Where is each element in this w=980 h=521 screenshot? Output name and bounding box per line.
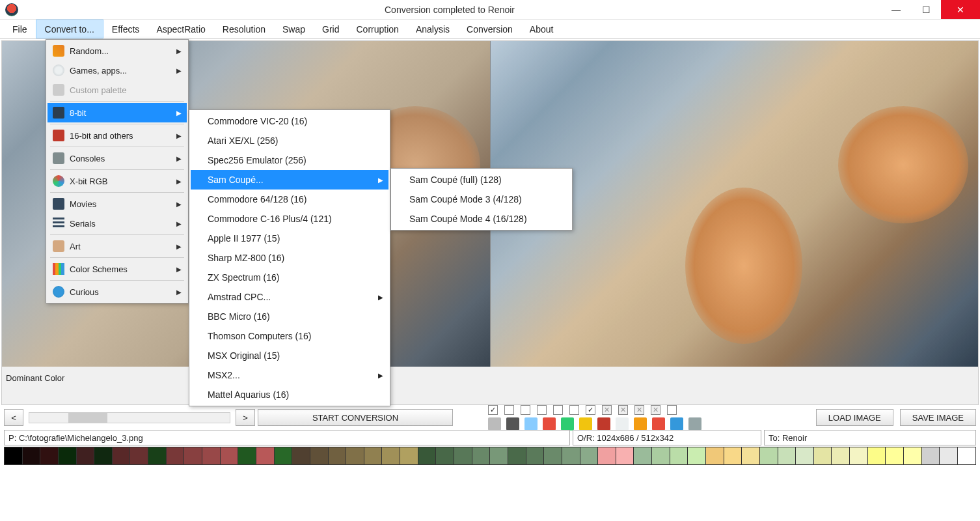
submenu-item-commodore-c-16-plus-4-121-[interactable]: Commodore C-16 Plus/4 (121)	[191, 209, 388, 229]
palette-swatch-4[interactable]	[76, 447, 94, 465]
submenu-item-amstrad-cpc-[interactable]: Amstrad CPC...▶	[191, 287, 388, 307]
submenu-item-commodore-vic-20-16-[interactable]: Commodore VIC-20 (16)	[191, 111, 388, 131]
palette-swatch-22[interactable]	[400, 447, 418, 465]
palette-swatch-20[interactable]	[364, 447, 382, 465]
palette-swatch-27[interactable]	[489, 447, 508, 465]
tool-icon-10[interactable]	[670, 417, 683, 430]
menu-conversion[interactable]: Conversion	[458, 20, 521, 38]
palette-swatch-30[interactable]	[543, 447, 562, 465]
menu-item-consoles[interactable]: Consoles▶	[48, 148, 187, 168]
option-checkbox-0[interactable]: ✓	[488, 405, 498, 415]
next-button[interactable]: >	[236, 409, 255, 426]
palette-swatch-44[interactable]	[795, 447, 813, 465]
submenu-item-sam-coup-mode-4-16-128-[interactable]: Sam Coupé Mode 4 (16/128)	[392, 209, 571, 229]
tool-icon-1[interactable]	[506, 417, 519, 430]
palette-swatch-50[interactable]	[903, 447, 921, 465]
tool-icon-0[interactable]	[488, 417, 501, 430]
palette-swatch-12[interactable]	[220, 447, 238, 465]
palette-swatch-34[interactable]	[616, 447, 634, 465]
palette-swatch-23[interactable]	[418, 447, 436, 465]
palette-swatch-25[interactable]	[454, 447, 472, 465]
palette-swatch-43[interactable]	[778, 447, 796, 465]
tool-icon-4[interactable]	[561, 417, 574, 430]
submenu-item-atari-xe-xl-256-[interactable]: Atari XE/XL (256)	[191, 131, 388, 150]
nav-scrollbar[interactable]	[29, 412, 230, 423]
palette-swatch-14[interactable]	[256, 447, 274, 465]
palette-swatch-48[interactable]	[867, 447, 886, 465]
palette-swatch-21[interactable]	[381, 447, 400, 465]
save-image-button[interactable]: SAVE IMAGE	[900, 409, 976, 426]
tool-icon-6[interactable]	[597, 417, 610, 430]
menu-item-curious[interactable]: Curious▶	[48, 282, 187, 302]
start-conversion-button[interactable]: START CONVERSION	[258, 409, 453, 426]
menu-item-8-bit[interactable]: 8-bit▶	[48, 103, 187, 122]
submenu-item-sam-coup-[interactable]: Sam Coupé...▶	[191, 170, 388, 190]
palette-swatch-7[interactable]	[129, 447, 148, 465]
palette-swatch-38[interactable]	[687, 447, 705, 465]
tool-icon-9[interactable]	[652, 417, 665, 430]
tool-icon-5[interactable]	[579, 417, 592, 430]
tool-icon-8[interactable]	[634, 417, 647, 430]
menu-item-movies[interactable]: Movies▶	[48, 194, 187, 214]
close-button[interactable]: ✕	[941, 0, 980, 19]
palette-swatch-33[interactable]	[597, 447, 616, 465]
menu-corruption[interactable]: Corruption	[348, 20, 407, 38]
palette-swatch-31[interactable]	[562, 447, 580, 465]
tool-icon-2[interactable]	[524, 417, 538, 430]
submenu-item-sam-coup-full-128-[interactable]: Sam Coupé (full) (128)	[392, 170, 571, 190]
menu-grid[interactable]: Grid	[314, 20, 347, 38]
option-checkbox-11[interactable]	[667, 405, 677, 415]
menu-analysis[interactable]: Analysis	[407, 20, 458, 38]
submenu-item-zx-spectrum-16-[interactable]: ZX Spectrum (16)	[191, 268, 388, 287]
menu-item-16-bit-and-others[interactable]: 16-bit and others▶	[48, 126, 187, 145]
palette-swatch-47[interactable]	[849, 447, 867, 465]
submenu-item-msx2-[interactable]: MSX2...▶	[191, 365, 388, 385]
palette-swatch-52[interactable]	[939, 447, 957, 465]
palette-swatch-26[interactable]	[472, 447, 490, 465]
palette-swatch-11[interactable]	[202, 447, 220, 465]
menu-effects[interactable]: Effects	[103, 20, 148, 38]
palette-swatch-18[interactable]	[328, 447, 346, 465]
submenu-item-apple-ii-1977-15-[interactable]: Apple II 1977 (15)	[191, 229, 388, 248]
option-checkbox-1[interactable]	[504, 405, 514, 415]
menu-item-x-bit-rgb[interactable]: X-bit RGB▶	[48, 171, 187, 191]
palette-swatch-32[interactable]	[580, 447, 598, 465]
palette-swatch-37[interactable]	[670, 447, 688, 465]
menu-resolution[interactable]: Resolution	[214, 20, 274, 38]
palette-swatch-35[interactable]	[633, 447, 651, 465]
palette-swatch-8[interactable]	[148, 447, 166, 465]
menu-convert-to-[interactable]: Convert to...	[36, 20, 103, 38]
palette-swatch-49[interactable]	[885, 447, 903, 465]
palette-swatch-29[interactable]	[526, 447, 544, 465]
tool-icon-3[interactable]	[543, 417, 556, 430]
palette-swatch-19[interactable]	[346, 447, 364, 465]
palette-swatch-24[interactable]	[435, 447, 454, 465]
palette-swatch-0[interactable]	[4, 447, 22, 465]
menu-item-serials[interactable]: Serials▶	[48, 214, 187, 233]
palette-swatch-1[interactable]	[22, 447, 40, 465]
submenu-item-bbc-micro-16-[interactable]: BBC Micro (16)	[191, 307, 388, 326]
palette-swatch-17[interactable]	[310, 447, 328, 465]
menu-about[interactable]: About	[521, 20, 562, 38]
option-checkbox-5[interactable]	[569, 405, 579, 415]
option-checkbox-2[interactable]	[521, 405, 530, 415]
tool-icon-7[interactable]	[616, 417, 629, 430]
palette-swatch-39[interactable]	[705, 447, 724, 465]
option-checkbox-4[interactable]	[553, 405, 563, 415]
submenu-item-thomson-computers-16-[interactable]: Thomson Computers (16)	[191, 326, 388, 346]
menu-swap[interactable]: Swap	[274, 20, 314, 38]
palette-swatch-9[interactable]	[166, 447, 184, 465]
palette-swatch-36[interactable]	[651, 447, 670, 465]
palette-swatch-42[interactable]	[759, 447, 778, 465]
option-checkbox-6[interactable]: ✓	[586, 405, 595, 415]
submenu-item-spec256-emulator-256-[interactable]: Spec256 Emulator (256)	[191, 150, 388, 170]
palette-swatch-41[interactable]	[741, 447, 759, 465]
palette-swatch-53[interactable]	[957, 447, 976, 465]
submenu-item-sam-coup-mode-3-4-128-[interactable]: Sam Coupé Mode 3 (4/128)	[392, 190, 571, 209]
maximize-button[interactable]: ☐	[911, 0, 941, 19]
palette-swatch-3[interactable]	[58, 447, 76, 465]
load-image-button[interactable]: LOAD IMAGE	[816, 409, 893, 426]
palette-swatch-2[interactable]	[40, 447, 58, 465]
menu-item-random-[interactable]: Random...▶	[48, 41, 187, 61]
palette-swatch-10[interactable]	[184, 447, 202, 465]
